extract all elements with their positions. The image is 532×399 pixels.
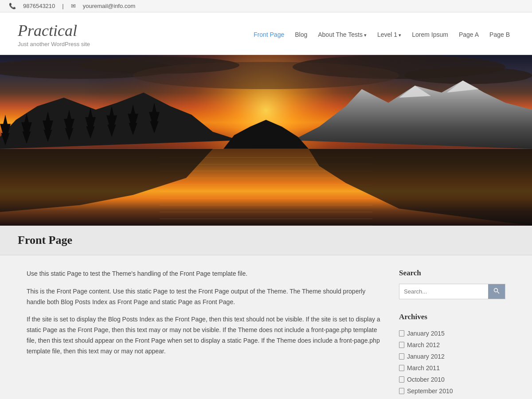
archive-link[interactable]: January 2012 <box>407 353 445 360</box>
search-widget-title: Search <box>399 269 505 278</box>
archive-list-item[interactable]: March 2012 <box>399 339 505 351</box>
archive-link[interactable]: March 2012 <box>407 341 440 348</box>
archive-list-item[interactable]: August 2010 <box>399 397 505 399</box>
site-tagline: Just another WordPress site <box>18 41 90 47</box>
archive-link[interactable]: September 2010 <box>407 387 453 395</box>
email-address: youremail@info.com <box>83 3 136 9</box>
nav-item-page-b[interactable]: Page B <box>485 29 514 40</box>
archive-list-item[interactable]: October 2010 <box>399 374 505 385</box>
topbar: 📞 9876543210 | ✉ youremail@info.com <box>0 0 532 12</box>
archive-list-item[interactable]: March 2011 <box>399 362 505 374</box>
page-title: Front Page <box>18 234 514 247</box>
phone-icon: 📞 <box>9 3 16 9</box>
nav-item-lorem-ipsum[interactable]: Lorem Ipsum <box>407 29 453 40</box>
page-title-bar: Front Page <box>0 226 532 255</box>
content-paragraph: Use this static Page to test the Theme's… <box>27 269 381 279</box>
nav-item-page-a[interactable]: Page A <box>454 29 483 40</box>
content-paragraph: If the site is set to display the Blog P… <box>27 314 381 356</box>
archive-list-item[interactable]: September 2010 <box>399 385 505 397</box>
archive-list: January 2015March 2012January 2012March … <box>399 328 505 399</box>
search-button[interactable] <box>488 284 505 299</box>
archive-link[interactable]: March 2011 <box>407 364 440 372</box>
site-header: Practical Just another WordPress site Fr… <box>0 12 532 55</box>
hero-canvas <box>0 55 532 226</box>
search-input[interactable] <box>399 284 488 299</box>
site-branding: Practical Just another WordPress site <box>18 21 90 47</box>
sidebar: Search Archives January 2015March 2012Ja… <box>399 269 505 399</box>
search-icon <box>493 288 500 294</box>
content-wrapper: Use this static Page to test the Theme's… <box>9 255 523 399</box>
archive-list-item[interactable]: January 2012 <box>399 351 505 362</box>
search-form <box>399 284 505 299</box>
nav-item-blog[interactable]: Blog <box>290 29 312 40</box>
archives-widget: Archives January 2015March 2012January 2… <box>399 313 505 399</box>
svg-line-1 <box>497 292 499 293</box>
archive-link[interactable]: October 2010 <box>407 376 445 383</box>
content-paragraph: This is the Front Page content. Use this… <box>27 286 381 308</box>
main-content: Use this static Page to test the Theme's… <box>27 269 381 399</box>
nav-item-front-page[interactable]: Front Page <box>249 29 289 40</box>
hero-image <box>0 55 532 226</box>
separator: | <box>62 3 63 9</box>
nav-item-about-the-tests[interactable]: About The Tests <box>313 29 371 40</box>
archive-link[interactable]: January 2015 <box>407 330 445 337</box>
archives-widget-title: Archives <box>399 313 505 321</box>
search-widget: Search <box>399 269 505 299</box>
nav-item-level-1[interactable]: Level 1 <box>373 29 406 40</box>
phone-number: 9876543210 <box>23 3 55 9</box>
main-nav: Front PageBlogAbout The TestsLevel 1Lore… <box>249 29 514 40</box>
site-title[interactable]: Practical <box>18 21 90 40</box>
svg-point-0 <box>494 289 498 292</box>
archive-list-item[interactable]: January 2015 <box>399 328 505 339</box>
email-icon: ✉ <box>71 3 76 9</box>
